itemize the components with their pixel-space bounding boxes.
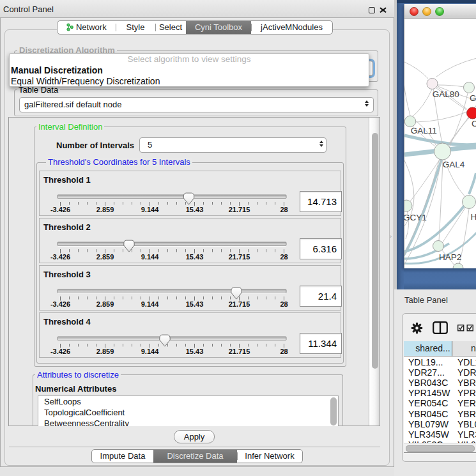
svg-text:21.715: 21.715 [229, 206, 250, 213]
svg-text:2.859: 2.859 [96, 300, 114, 308]
svg-text:9.144: 9.144 [141, 300, 159, 308]
svg-text:2.859: 2.859 [96, 206, 114, 213]
svg-text:28: 28 [280, 206, 288, 213]
svg-text:2.859: 2.859 [96, 348, 114, 355]
svg-text:H: H [471, 212, 476, 222]
svg-text:9.144: 9.144 [141, 253, 159, 261]
svg-text:2.859: 2.859 [96, 253, 114, 261]
svg-text:15.43: 15.43 [186, 253, 204, 261]
svg-text:28: 28 [280, 348, 288, 355]
svg-text:GAL: GAL [470, 93, 476, 103]
svg-text:-3.426: -3.426 [50, 300, 70, 308]
svg-text:GCY1: GCY1 [404, 213, 427, 222]
svg-text:-3.426: -3.426 [50, 206, 70, 213]
svg-text:21.715: 21.715 [229, 348, 250, 355]
svg-text:28: 28 [280, 253, 288, 261]
svg-text:-3.426: -3.426 [50, 253, 70, 261]
svg-text:C: C [472, 119, 476, 128]
svg-text:GAL4: GAL4 [443, 160, 465, 169]
svg-text:GAL11: GAL11 [411, 126, 437, 135]
svg-text:GAL80: GAL80 [433, 89, 459, 99]
svg-text:21.715: 21.715 [229, 253, 250, 261]
svg-text:15.43: 15.43 [186, 206, 204, 213]
svg-text:9.144: 9.144 [141, 206, 159, 213]
svg-text:15.43: 15.43 [186, 300, 204, 308]
svg-text:28: 28 [280, 300, 288, 308]
svg-text:HAP2: HAP2 [439, 252, 461, 262]
svg-text:-3.426: -3.426 [50, 348, 70, 355]
svg-text:21.715: 21.715 [229, 300, 250, 308]
svg-text:9.144: 9.144 [141, 348, 159, 355]
svg-text:15.43: 15.43 [186, 348, 204, 355]
